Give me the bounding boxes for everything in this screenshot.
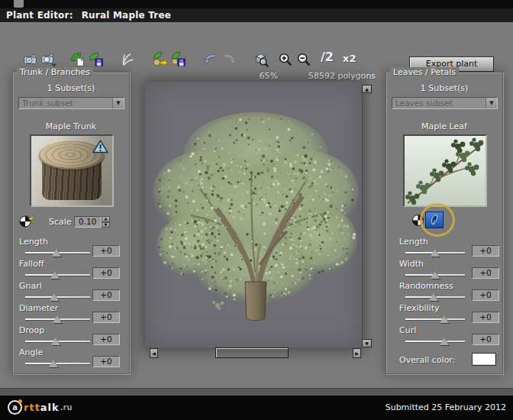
slider-thumb[interactable] xyxy=(440,315,449,323)
divide-polygons-button[interactable]: /2 xyxy=(321,50,334,64)
slider-track[interactable] xyxy=(405,337,465,346)
document-title: Rural Maple Tree xyxy=(82,10,171,21)
scroll-left-button[interactable]: ◀ xyxy=(150,348,158,358)
leaves-subset-dropdown[interactable]: Leaves subset ▼ xyxy=(392,97,498,109)
scale-label: Scale xyxy=(49,217,72,227)
redo-icon[interactable] xyxy=(220,50,238,69)
save-plant-icon[interactable] xyxy=(87,50,105,69)
maple-tree-render xyxy=(145,82,362,347)
slider-value-box[interactable]: +0 xyxy=(472,334,499,345)
slider-label: Randomness xyxy=(399,281,453,291)
toolbar-icons xyxy=(21,50,313,69)
slider-track[interactable] xyxy=(25,270,90,279)
undo-icon[interactable] xyxy=(202,50,220,69)
leaves-petals-panel: Leaves / Petals 1 Subset(s) Leaves subse… xyxy=(386,72,503,374)
trunk-branches-panel: Trunk / Branches 1 Subset(s) Trunk subse… xyxy=(12,72,130,374)
trunk-subset-dropdown-value: Trunk subset xyxy=(22,99,73,108)
scroll-down-button[interactable]: ▼ xyxy=(362,339,372,347)
leaf-material-picker-icon[interactable] xyxy=(411,214,424,230)
trunk-material-preview[interactable] xyxy=(30,134,114,207)
title-bar: Plant Editor:Rural Maple Tree xyxy=(0,8,513,22)
plant-editor-window: Plant Editor:Rural Maple Tree xyxy=(0,0,513,420)
slider-thumb[interactable] xyxy=(53,315,62,323)
viewport-3d[interactable] xyxy=(145,82,362,347)
slider-thumb[interactable] xyxy=(49,360,58,367)
slider-track[interactable] xyxy=(25,337,90,346)
leaf-material-name: Maple Leaf xyxy=(386,121,502,131)
scale-input[interactable]: 0.10 xyxy=(74,216,102,228)
vertical-scrollbar-track[interactable] xyxy=(362,85,363,347)
slider-track[interactable] xyxy=(25,315,90,324)
horizontal-scrollbar-thumb[interactable] xyxy=(215,347,289,358)
scale-stepper[interactable]: ▲▼ xyxy=(102,216,110,228)
slider-label: Width xyxy=(399,259,424,269)
trunk-material-name: Maple Trunk xyxy=(13,121,129,131)
slider-value-box[interactable]: +0 xyxy=(92,312,120,323)
trunk-panel-title: Trunk / Branches xyxy=(17,67,93,77)
footer-bar: a rttalk.ru Submitted 25 February 2012 xyxy=(0,396,513,420)
render-options-icon[interactable] xyxy=(40,50,58,69)
leaf-material-preview[interactable] xyxy=(403,134,487,207)
slider-value-box[interactable]: +0 xyxy=(92,334,120,345)
chevron-down-icon[interactable]: ▼ xyxy=(486,98,497,108)
slider-track[interactable] xyxy=(405,270,465,279)
slider-track[interactable] xyxy=(405,292,465,302)
overall-color-swatch[interactable] xyxy=(472,353,496,366)
toolbar: 65% /2 x2 58592 polygons Export plant xyxy=(0,22,513,64)
polygon-count-label: 58592 polygons xyxy=(296,71,388,81)
slider-thumb[interactable] xyxy=(429,293,438,301)
trunk-material-picker-icon[interactable] xyxy=(19,215,35,231)
chevron-down-icon[interactable]: ▼ xyxy=(112,98,124,108)
slider-thumb[interactable] xyxy=(440,338,449,345)
arttalk-logo[interactable]: a rttalk.ru xyxy=(8,400,73,415)
slider-value-box[interactable]: +0 xyxy=(92,267,120,279)
warning-icon xyxy=(92,140,108,157)
slider-value-box[interactable]: +0 xyxy=(472,245,499,257)
trunk-subset-dropdown[interactable]: Trunk subset ▼ xyxy=(18,97,124,109)
slider-label: Curl xyxy=(399,325,416,335)
leaves-subset-dropdown-value: Leaves subset xyxy=(395,99,453,108)
render-icon[interactable] xyxy=(21,50,40,69)
slider-thumb[interactable] xyxy=(51,338,60,345)
slider-thumb[interactable] xyxy=(52,249,61,257)
stepper-up-icon: ▲ xyxy=(102,216,110,222)
stepper-down-icon: ▼ xyxy=(102,222,110,228)
slider-thumb[interactable] xyxy=(431,271,440,279)
zoom-in-icon[interactable] xyxy=(276,50,295,69)
slider-value-box[interactable]: +0 xyxy=(92,289,120,301)
edit-curves-icon[interactable] xyxy=(119,50,137,69)
slider-track[interactable] xyxy=(405,248,465,257)
slider-thumb[interactable] xyxy=(431,249,440,257)
save-plant-as-icon[interactable] xyxy=(169,50,188,69)
scroll-right-button[interactable]: ▶ xyxy=(353,348,361,358)
zoom-percent-label: 65% xyxy=(252,71,286,81)
leaves-subset-count: 1 Subset(s) xyxy=(386,83,502,93)
overall-color-label: Overall color: xyxy=(399,355,455,365)
slider-track[interactable] xyxy=(25,248,90,257)
new-plant-icon[interactable] xyxy=(69,50,87,69)
trunk-subset-count: 1 Subset(s) xyxy=(13,83,129,93)
scroll-up-button[interactable]: ▲ xyxy=(362,85,372,93)
slider-value-box[interactable]: +0 xyxy=(472,289,499,301)
slider-value-box[interactable]: +0 xyxy=(92,245,120,257)
slider-label: Flexibility xyxy=(399,303,440,313)
leaf-shape-button[interactable] xyxy=(425,212,444,228)
slider-track[interactable] xyxy=(405,315,465,324)
slider-label: Falloff xyxy=(19,259,44,269)
slider-value-box[interactable]: +0 xyxy=(472,267,499,279)
slider-track[interactable] xyxy=(25,292,90,302)
load-plant-icon[interactable] xyxy=(151,50,169,69)
submitted-date: Submitted 25 February 2012 xyxy=(386,402,506,412)
slider-thumb[interactable] xyxy=(50,271,60,279)
slider-track[interactable] xyxy=(25,359,90,368)
app-title: Plant Editor: xyxy=(6,10,73,21)
slider-thumb[interactable] xyxy=(50,293,59,301)
slider-value-box[interactable]: +0 xyxy=(92,356,120,367)
fit-view-icon[interactable] xyxy=(252,50,270,69)
leaf-preview-art xyxy=(405,136,486,205)
top-strip xyxy=(0,0,513,8)
logo-dot-icon xyxy=(18,399,22,403)
zoom-out-icon[interactable] xyxy=(295,50,313,69)
slider-value-box[interactable]: +0 xyxy=(472,312,499,323)
multiply-polygons-button[interactable]: x2 xyxy=(343,53,356,64)
